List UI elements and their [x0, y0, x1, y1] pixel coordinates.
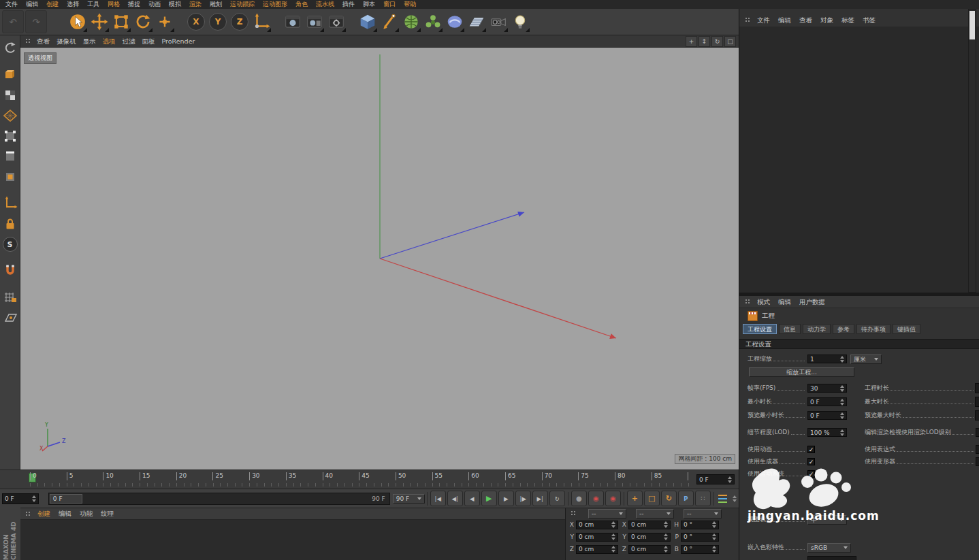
timeline-ruler[interactable]: 051015202530354045505560657075808590 0 F [0, 470, 739, 489]
viewport-menu-item[interactable]: 摄像机 [53, 35, 80, 48]
magnet-snap-button[interactable] [1, 262, 19, 280]
subdivision-surface-button[interactable] [401, 11, 421, 33]
stepper[interactable] [731, 495, 737, 502]
stepper[interactable] [609, 546, 615, 553]
panel-grip-icon[interactable] [25, 511, 31, 517]
panel-grip-icon[interactable] [745, 17, 751, 23]
viewport-label[interactable]: 透视视图 [24, 52, 57, 64]
menubar-item[interactable]: 创建 [42, 0, 63, 9]
menubar-item[interactable]: 插件 [338, 0, 359, 9]
project-duration-input[interactable] [975, 383, 979, 393]
point-mode-button[interactable] [1, 127, 19, 145]
go-to-end-button[interactable]: ▶| [532, 491, 548, 506]
attribute-tab[interactable]: 信息 [779, 324, 801, 334]
current-frame-input[interactable]: 0 F [2, 493, 39, 504]
section-header[interactable]: 工程设置 [739, 339, 979, 349]
quantize-lock-button[interactable] [1, 289, 19, 306]
coordinate-mode-dropdown[interactable]: -- [684, 509, 722, 518]
menubar-item[interactable]: 模拟 [165, 0, 185, 9]
preview-max-input[interactable] [975, 410, 979, 421]
viewport-menu-item[interactable]: 面板 [139, 35, 159, 48]
viewport-menu-item[interactable]: 过滤 [119, 35, 139, 48]
material-menu-item[interactable]: 编辑 [54, 508, 76, 519]
stepper[interactable] [662, 533, 668, 540]
object-manager-menu-item[interactable]: 查看 [795, 16, 816, 24]
menubar-item[interactable]: 捕捉 [124, 0, 144, 9]
stepper[interactable] [30, 495, 36, 502]
range-slider-handle[interactable]: 0 F [50, 494, 82, 504]
play-button[interactable]: ▶ [481, 491, 497, 506]
loop-mode-button[interactable]: ↻ [549, 491, 565, 506]
workplane-mode-button[interactable] [1, 107, 19, 125]
enable-axis-button[interactable] [1, 195, 19, 212]
coordinate-input[interactable]: 0 ° [681, 545, 719, 554]
stepper[interactable] [710, 533, 716, 540]
stepper[interactable] [662, 546, 668, 553]
coordinate-input[interactable]: 0 cm [576, 533, 618, 542]
min-time-input[interactable]: 0 F [807, 397, 847, 406]
y-axis-lock-button[interactable]: Y [208, 11, 228, 33]
next-frame-button[interactable]: ▶ [498, 491, 514, 506]
object-tree-area[interactable] [739, 27, 979, 293]
previous-key-button[interactable]: ◀| [447, 491, 463, 506]
material-menu-item[interactable]: 创建 [33, 508, 54, 519]
partial-field[interactable] [807, 556, 856, 560]
toggle-view-icon[interactable]: □ [724, 36, 736, 47]
redo-button[interactable]: ↷ [25, 10, 47, 33]
menubar-item[interactable]: 脚本 [359, 0, 379, 9]
frame-range-slider[interactable]: 0 F 90 F [48, 493, 390, 505]
keying-settings-icon[interactable] [718, 494, 727, 504]
stepper[interactable] [609, 521, 615, 528]
viewport-menu-item[interactable]: ProRender [159, 35, 199, 48]
use-animation-checkbox[interactable]: ✓ [807, 446, 815, 453]
menubar-item[interactable]: 角色 [291, 0, 312, 9]
edge-mode-button[interactable] [1, 148, 19, 165]
viewport-menu-item[interactable]: 显示 [80, 35, 99, 48]
preview-min-input[interactable]: 0 F [807, 411, 847, 420]
dolly-view-icon[interactable]: ↕ [699, 36, 710, 47]
render-settings-button[interactable] [326, 11, 347, 33]
snap-settings-button[interactable]: S [1, 235, 19, 253]
scale-project-button[interactable]: 缩放工程... [749, 367, 854, 377]
axis-lock-button[interactable] [1, 215, 19, 233]
coordinate-input[interactable]: 0 cm [628, 545, 671, 554]
panel-grip-icon[interactable] [745, 299, 751, 305]
attribute-tab[interactable]: 待办事项 [856, 324, 890, 334]
coordinate-mode-dropdown[interactable]: -- [588, 509, 626, 518]
menubar-item[interactable]: 窗口 [379, 0, 400, 9]
record-scale-button[interactable]: □ [644, 491, 660, 506]
viewport-menu-item[interactable]: 查看 [33, 35, 53, 48]
object-manager-menu-item[interactable]: 对象 [816, 16, 837, 24]
material-menu-item[interactable]: 功能 [76, 508, 97, 519]
attribute-menu-item[interactable]: 编辑 [774, 297, 795, 306]
object-manager-scrollbar[interactable] [968, 9, 976, 293]
record-objects-button[interactable]: ● [571, 491, 587, 506]
z-axis-lock-button[interactable]: Z [229, 11, 250, 33]
project-scale-unit-dropdown[interactable]: 厘米 [850, 355, 882, 364]
color-profile-dropdown[interactable]: sRGB [807, 543, 851, 553]
scale-tool-button[interactable] [111, 11, 131, 33]
stepper[interactable] [838, 412, 844, 419]
attribute-menu-item[interactable]: 模式 [753, 297, 774, 306]
material-list-area[interactable] [20, 520, 565, 560]
floor-button[interactable] [466, 11, 487, 33]
record-position-button[interactable]: + [627, 491, 643, 506]
project-scale-input[interactable]: 1 [807, 355, 847, 363]
object-manager-menu-item[interactable]: 标签 [837, 16, 858, 24]
panel-grip-icon[interactable] [25, 38, 31, 44]
light-button[interactable] [510, 11, 530, 33]
menubar-item[interactable]: 选择 [63, 0, 83, 9]
panel-grip-icon[interactable] [571, 510, 577, 516]
object-manager-menu-item[interactable]: 书签 [858, 16, 880, 24]
attribute-object-row[interactable]: 工程 [739, 309, 979, 323]
sky-button[interactable] [445, 11, 465, 33]
fps-input[interactable]: 30 [807, 384, 847, 393]
object-manager-menu-item[interactable]: 编辑 [774, 16, 795, 24]
coordinate-input[interactable]: 0 ° [681, 533, 719, 542]
pan-view-icon[interactable]: + [686, 36, 697, 47]
attribute-tab[interactable]: 动力学 [803, 324, 831, 334]
coordinate-system-button[interactable] [251, 11, 272, 33]
menubar-item[interactable]: 帮助 [400, 0, 420, 9]
menubar-item[interactable]: 动画 [144, 0, 165, 9]
material-menu-item[interactable]: 纹理 [97, 508, 118, 519]
